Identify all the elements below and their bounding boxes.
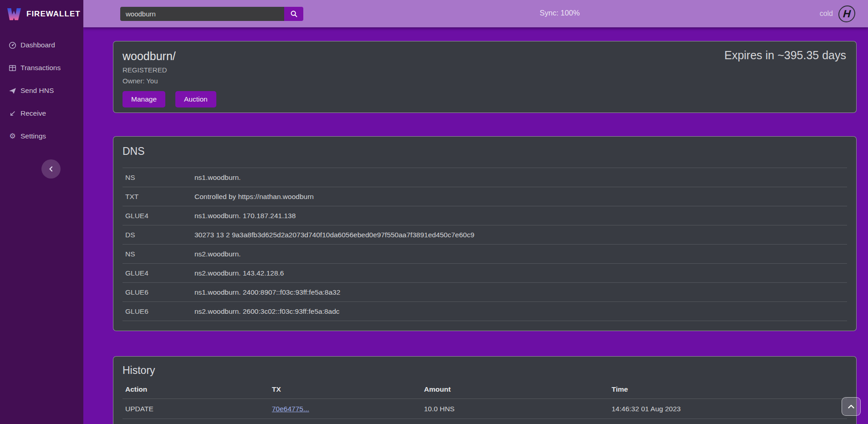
history-col-time: Time: [609, 380, 847, 399]
dns-table: NS ns1.woodburn. TXT Controlled by https…: [123, 168, 847, 321]
wallet-name: cold: [820, 10, 833, 18]
chevron-left-icon: [48, 166, 54, 172]
history-amount: 10.0 HNS: [421, 399, 609, 419]
history-col-action: Action: [123, 380, 269, 399]
sidebar-collapse-button[interactable]: [41, 159, 61, 179]
sidebar-nav: Dashboard Transactions Send HNS Receive: [0, 34, 83, 148]
dns-record-type: NS: [123, 168, 192, 187]
dns-record-row: DS 30273 13 2 9a3a8fb3d625d2a2073d740f10…: [123, 225, 847, 245]
sidebar-item-label: Send HNS: [20, 87, 54, 95]
dns-record-value: ns2.woodburn.: [192, 245, 847, 264]
history-card: History Action TX Amount Time UPDATE 70e…: [113, 356, 857, 424]
arrow-down-left-icon: [9, 110, 16, 117]
dns-record-type: GLUE4: [123, 206, 192, 225]
brand-name: FIREWALLET: [26, 10, 81, 19]
dns-record-row: NS ns1.woodburn.: [123, 168, 847, 187]
topbar: Sync: 100% cold H: [83, 0, 868, 27]
dns-record-type: NS: [123, 245, 192, 264]
handshake-h-icon[interactable]: H: [838, 5, 856, 22]
search-input[interactable]: [120, 7, 284, 21]
main-content: woodburn/ REGISTERED Owner: You Manage A…: [83, 27, 868, 424]
search-group: [120, 7, 303, 21]
dns-card: DNS NS ns1.woodburn. TXT Controlled by h…: [113, 136, 857, 331]
history-action: UPDATE: [123, 399, 269, 419]
firewallet-w-logo-icon: [6, 7, 22, 21]
dns-record-value: ns1.woodburn. 170.187.241.138: [192, 206, 847, 225]
dns-record-value: ns1.woodburn. 2400:8907::f03c:93ff:fe5a:…: [192, 283, 847, 302]
sidebar-item-settings[interactable]: ⚙ Settings: [0, 125, 83, 148]
chevron-up-icon: [848, 404, 854, 409]
history-title: History: [123, 364, 847, 377]
gear-icon: ⚙: [9, 133, 16, 140]
sync-status: Sync: 100%: [540, 9, 580, 17]
sidebar-item-dashboard[interactable]: Dashboard: [0, 34, 83, 56]
domain-owner: Owner: You: [123, 77, 847, 85]
dns-title: DNS: [123, 145, 847, 158]
dns-record-value: Controlled by https://nathan.woodburn: [192, 187, 847, 206]
brand: FIREWALLET: [0, 0, 83, 28]
history-amount: 10.0 HNS: [421, 419, 609, 424]
dns-record-value: ns2.woodburn. 143.42.128.6: [192, 264, 847, 283]
sidebar: FIREWALLET Dashboard Transactions Send H…: [0, 0, 83, 424]
dns-record-type: TXT: [123, 187, 192, 206]
auction-button[interactable]: Auction: [175, 91, 216, 107]
history-col-amount: Amount: [421, 380, 609, 399]
history-col-tx: TX: [269, 380, 421, 399]
sidebar-item-transactions[interactable]: Transactions: [0, 56, 83, 79]
sidebar-item-send-hns[interactable]: Send HNS: [0, 79, 83, 102]
sidebar-item-label: Dashboard: [20, 41, 55, 49]
expires-label: Expires in ~395.35 days: [724, 49, 846, 62]
domain-actions: Manage Auction: [123, 91, 847, 107]
dns-record-row: TXT Controlled by https://nathan.woodbur…: [123, 187, 847, 206]
gauge-icon: [9, 41, 16, 49]
history-time: 14:46:32 01 Aug 2023: [609, 399, 847, 419]
history-header-row: Action TX Amount Time: [123, 380, 847, 399]
search-button[interactable]: [284, 7, 303, 21]
history-row: UPDATE 70e64775... 10.0 HNS 14:46:32 01 …: [123, 399, 847, 419]
scroll-to-top-button[interactable]: [842, 397, 861, 416]
dns-record-value: 30273 13 2 9a3a8fb3d625d2a2073d740f10da6…: [192, 225, 847, 245]
history-action: RENEW: [123, 419, 269, 424]
history-time: 15:47:06 07 Jul 2023: [609, 419, 847, 424]
dns-record-value: ns2.woodburn. 2600:3c02::f03c:93ff:fe5a:…: [192, 302, 847, 321]
wallet-selector: cold H: [820, 0, 855, 27]
table-icon: [9, 64, 16, 72]
dns-record-type: GLUE6: [123, 283, 192, 302]
dns-record-row: GLUE4 ns2.woodburn. 143.42.128.6: [123, 264, 847, 283]
dns-record-row: GLUE4 ns1.woodburn. 170.187.241.138: [123, 206, 847, 225]
tx-link[interactable]: 70e64775...: [272, 405, 309, 413]
search-icon: [290, 10, 298, 18]
sidebar-item-label: Settings: [20, 132, 46, 140]
domain-status: REGISTERED: [123, 66, 847, 74]
dns-record-type: DS: [123, 225, 192, 245]
dns-record-row: GLUE6 ns2.woodburn. 2600:3c02::f03c:93ff…: [123, 302, 847, 321]
domain-card: woodburn/ REGISTERED Owner: You Manage A…: [113, 41, 857, 113]
dns-record-type: GLUE4: [123, 264, 192, 283]
dns-record-row: NS ns2.woodburn.: [123, 245, 847, 264]
manage-button[interactable]: Manage: [123, 91, 165, 107]
dns-record-type: GLUE6: [123, 302, 192, 321]
sidebar-item-label: Transactions: [20, 64, 61, 72]
sidebar-item-receive[interactable]: Receive: [0, 102, 83, 125]
history-table: Action TX Amount Time UPDATE 70e64775...…: [123, 380, 847, 424]
paper-plane-icon: [9, 87, 16, 95]
dns-record-value: ns1.woodburn.: [192, 168, 847, 187]
sidebar-item-label: Receive: [20, 109, 46, 117]
history-row: RENEW 4fb0d217... 10.0 HNS 15:47:06 07 J…: [123, 419, 847, 424]
dns-record-row: GLUE6 ns1.woodburn. 2400:8907::f03c:93ff…: [123, 283, 847, 302]
